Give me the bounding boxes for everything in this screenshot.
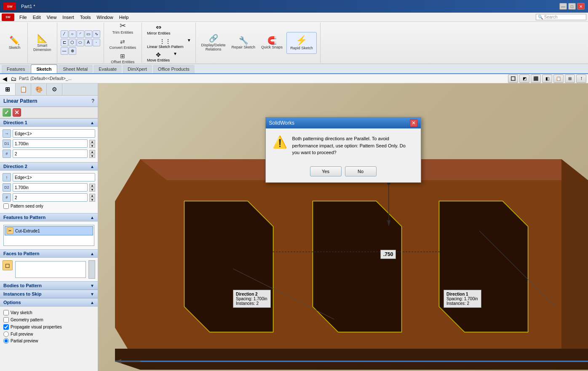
midpoint-tool[interactable]: ⊕ xyxy=(69,47,76,55)
centerline-tool[interactable]: — xyxy=(61,47,68,55)
maximize-btn[interactable]: □ xyxy=(568,3,576,10)
features-collapse[interactable]: ▲ xyxy=(90,215,94,220)
bodies-collapse[interactable]: ▼ xyxy=(90,283,94,288)
dialog-close-btn[interactable]: ✕ xyxy=(410,119,417,127)
tab-office-products[interactable]: Office Products xyxy=(153,65,195,73)
cancel-button[interactable]: ✕ xyxy=(13,108,21,117)
rect-tool[interactable]: ▭ xyxy=(85,30,92,38)
faces-section-header[interactable]: Faces to Pattern ▲ xyxy=(0,249,98,258)
direction2-section-header[interactable]: Direction 2 ▲ xyxy=(0,162,98,171)
faces-scroll[interactable] xyxy=(88,260,95,279)
panel-tab-4[interactable]: ⚙ xyxy=(47,83,62,95)
display-state-btn[interactable]: 📋 xyxy=(553,75,564,83)
point-tool[interactable]: · xyxy=(93,39,100,46)
direction2-spacing-down[interactable]: ▼ xyxy=(89,188,95,192)
direction1-spacing-input[interactable] xyxy=(13,139,88,148)
direction2-spacing-up[interactable]: ▲ xyxy=(89,184,95,187)
sketch-button[interactable]: ✏️ Sketch xyxy=(5,35,24,51)
direction1-instances-down[interactable]: ▼ xyxy=(89,154,95,158)
menu-tools[interactable]: Tools xyxy=(78,14,94,21)
view-orientation-btn[interactable]: 🔲 xyxy=(508,75,518,83)
direction1-spacing-down[interactable]: ▼ xyxy=(89,144,95,148)
propagate-checkbox[interactable] xyxy=(3,324,9,330)
polygon-tool[interactable]: ⬡ xyxy=(69,39,76,46)
trim-entities-button[interactable]: ✂ Trim Entities xyxy=(110,21,135,36)
faces-collapse[interactable]: ▲ xyxy=(90,251,94,256)
convert-entities-button[interactable]: ⇄ Convert Entities xyxy=(107,37,139,51)
search-box[interactable]: 🔍 Search xyxy=(536,14,586,20)
options-collapse[interactable]: ▲ xyxy=(90,300,94,305)
forward-btn[interactable]: 🗂 xyxy=(10,75,17,82)
direction2-edge-input[interactable] xyxy=(13,173,95,181)
direction1-instances-input[interactable] xyxy=(13,149,88,158)
direction1-spacing-up[interactable]: ▲ xyxy=(89,140,95,144)
menu-view[interactable]: View xyxy=(44,14,59,21)
direction2-spacing-input[interactable] xyxy=(13,183,88,192)
ok-button[interactable]: ✓ xyxy=(3,108,11,117)
instances-collapse[interactable]: ▼ xyxy=(90,292,94,296)
direction1-section-header[interactable]: Direction 1 ▲ xyxy=(0,118,98,127)
panel-help-btn[interactable]: ? xyxy=(91,98,94,104)
hide-lines-btn[interactable]: ◧ xyxy=(542,75,552,83)
panel-tab-main[interactable]: ⊞ xyxy=(0,83,16,95)
direction2-instances-input[interactable] xyxy=(13,193,88,202)
menu-edit[interactable]: Edit xyxy=(30,14,43,21)
menu-file[interactable]: File xyxy=(17,14,29,21)
tab-dimxpert[interactable]: DimXpert xyxy=(123,65,152,73)
move-entities-dropdown[interactable]: ▼ xyxy=(172,51,178,63)
vary-sketch-checkbox[interactable] xyxy=(3,310,9,315)
ellipse-tool[interactable]: ⬭ xyxy=(77,39,84,46)
direction1-instances-up[interactable]: ▲ xyxy=(89,150,95,154)
tab-evaluate[interactable]: Evaluate xyxy=(94,65,122,73)
pattern-seed-checkbox[interactable] xyxy=(3,203,9,209)
direction2-instances-up[interactable]: ▲ xyxy=(89,194,95,198)
spline-tool[interactable]: ∿ xyxy=(93,30,100,38)
geometry-pattern-checkbox[interactable] xyxy=(3,317,9,323)
full-preview-radio[interactable] xyxy=(3,331,9,337)
instances-section-header[interactable]: Instances to Skip ▼ xyxy=(0,290,98,298)
direction1-collapse[interactable]: ▲ xyxy=(90,120,94,125)
direction2-collapse[interactable]: ▲ xyxy=(90,164,94,169)
direction2-edge-row: ↑ xyxy=(3,173,95,181)
display-delete-button[interactable]: 🔗 Display/DeleteRelations xyxy=(199,33,228,53)
repair-sketch-button[interactable]: 🔧 Repair Sketch xyxy=(230,35,258,51)
arc-tool[interactable]: ◜ xyxy=(77,30,84,38)
line-tool[interactable]: ⁄ xyxy=(61,30,68,38)
move-entities-row: ✥ Move Entities ▼ xyxy=(145,51,178,63)
text-tool[interactable]: A xyxy=(85,39,92,46)
mirror-entities-button[interactable]: ⇔ Mirror Entities xyxy=(145,22,172,36)
tab-features[interactable]: Features xyxy=(2,65,30,73)
tab-sketch[interactable]: Sketch xyxy=(31,64,57,73)
section-view-btn[interactable]: ⬛ xyxy=(531,75,541,83)
circle-tool[interactable]: ○ xyxy=(69,30,76,38)
linear-sketch-dropdown[interactable]: ▼ xyxy=(186,37,192,50)
view-display-btn[interactable]: ◩ xyxy=(519,75,529,83)
smart-dim-button[interactable]: 📐 SmartDimension xyxy=(31,33,53,53)
offset-entities-button[interactable]: ⊞ Offset Entities xyxy=(109,52,136,65)
back-btn[interactable]: ◀ xyxy=(2,75,8,82)
tab-sheet-metal[interactable]: Sheet Metal xyxy=(58,65,93,73)
panel-tab-3[interactable]: 🎨 xyxy=(31,83,47,95)
direction1-edge-input[interactable] xyxy=(13,129,95,138)
menu-help[interactable]: Help xyxy=(117,14,131,21)
menu-insert[interactable]: Insert xyxy=(60,14,77,21)
rapid-sketch-button[interactable]: ⚡ Rapid Sketch xyxy=(286,32,317,54)
dialog-no-button[interactable]: No xyxy=(345,166,377,176)
options-section-header[interactable]: Options ▲ xyxy=(0,298,98,307)
bodies-section-header[interactable]: Bodies to Pattern ▼ xyxy=(0,281,98,290)
quick-snaps-button[interactable]: 🧲 Quick Snaps xyxy=(259,35,285,51)
align-btn[interactable]: ⊺ xyxy=(576,75,586,83)
features-section-header[interactable]: Features to Pattern ▲ xyxy=(0,213,98,222)
grid-btn[interactable]: ⊞ xyxy=(565,75,575,83)
move-entities-button[interactable]: ✥ Move Entities xyxy=(145,51,171,63)
slot-tool[interactable]: ⊏ xyxy=(61,39,68,46)
feature-item-cut-extrude1[interactable]: ✂ Cut-Extrude1 xyxy=(5,226,93,235)
panel-tab-2[interactable]: 📋 xyxy=(16,83,31,95)
partial-preview-radio[interactable] xyxy=(3,338,9,344)
dialog-yes-button[interactable]: Yes xyxy=(310,166,342,176)
minimize-btn[interactable]: — xyxy=(559,3,567,10)
close-btn[interactable]: ✕ xyxy=(577,3,585,10)
menu-window[interactable]: Window xyxy=(94,14,116,21)
linear-sketch-button[interactable]: ⋮⋮ Linear Sketch Pattern xyxy=(145,37,185,50)
direction2-instances-down[interactable]: ▼ xyxy=(89,198,95,202)
